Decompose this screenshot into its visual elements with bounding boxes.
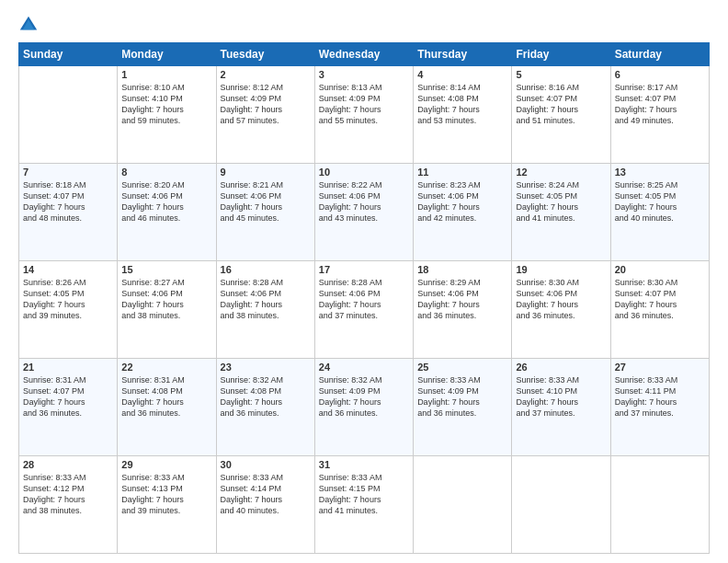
day-number: 17 [319,264,409,275]
page: SundayMondayTuesdayWednesdayThursdayFrid… [0,0,728,563]
calendar-table: SundayMondayTuesdayWednesdayThursdayFrid… [18,42,710,554]
calendar-cell: 1Sunrise: 8:10 AM Sunset: 4:10 PM Daylig… [118,66,216,164]
calendar-cell: 24Sunrise: 8:32 AM Sunset: 4:09 PM Dayli… [314,359,413,456]
cell-info: Sunrise: 8:25 AM Sunset: 4:05 PM Dayligh… [615,179,705,224]
day-number: 1 [121,69,211,80]
calendar-cell: 27Sunrise: 8:33 AM Sunset: 4:11 PM Dayli… [610,359,709,456]
cell-info: Sunrise: 8:13 AM Sunset: 4:09 PM Dayligh… [319,82,409,127]
calendar-cell: 25Sunrise: 8:33 AM Sunset: 4:09 PM Dayli… [414,359,512,456]
calendar-cell [414,456,512,554]
cell-info: Sunrise: 8:33 AM Sunset: 4:09 PM Dayligh… [417,374,507,419]
calendar-cell: 29Sunrise: 8:33 AM Sunset: 4:13 PM Dayli… [118,456,216,554]
day-number: 9 [221,167,311,178]
day-number: 5 [516,69,606,80]
day-header-friday: Friday [512,43,610,66]
day-number: 20 [615,264,705,275]
calendar-cell: 13Sunrise: 8:25 AM Sunset: 4:05 PM Dayli… [610,164,709,261]
day-header-wednesday: Wednesday [314,43,413,66]
calendar-cell: 31Sunrise: 8:33 AM Sunset: 4:15 PM Dayli… [314,456,413,554]
day-number: 23 [221,362,311,373]
day-number: 22 [121,362,211,373]
calendar-week-2: 7Sunrise: 8:18 AM Sunset: 4:07 PM Daylig… [19,164,710,261]
cell-info: Sunrise: 8:31 AM Sunset: 4:08 PM Dayligh… [121,374,211,419]
cell-info: Sunrise: 8:18 AM Sunset: 4:07 PM Dayligh… [23,179,113,224]
day-number: 16 [221,264,311,275]
calendar-cell: 19Sunrise: 8:30 AM Sunset: 4:06 PM Dayli… [512,261,610,359]
calendar-cell: 6Sunrise: 8:17 AM Sunset: 4:07 PM Daylig… [610,66,709,164]
calendar-header-row: SundayMondayTuesdayWednesdayThursdayFrid… [19,43,710,66]
cell-info: Sunrise: 8:33 AM Sunset: 4:13 PM Dayligh… [121,472,211,517]
calendar-cell: 8Sunrise: 8:20 AM Sunset: 4:06 PM Daylig… [118,164,216,261]
calendar-cell: 3Sunrise: 8:13 AM Sunset: 4:09 PM Daylig… [314,66,413,164]
cell-info: Sunrise: 8:24 AM Sunset: 4:05 PM Dayligh… [516,179,606,224]
cell-info: Sunrise: 8:33 AM Sunset: 4:11 PM Dayligh… [615,374,705,419]
day-header-sunday: Sunday [19,43,118,66]
calendar-cell: 14Sunrise: 8:26 AM Sunset: 4:05 PM Dayli… [19,261,118,359]
cell-info: Sunrise: 8:17 AM Sunset: 4:07 PM Dayligh… [615,82,705,127]
logo-icon [18,15,39,35]
day-number: 6 [615,69,705,80]
calendar-cell: 11Sunrise: 8:23 AM Sunset: 4:06 PM Dayli… [414,164,512,261]
cell-info: Sunrise: 8:30 AM Sunset: 4:07 PM Dayligh… [615,277,705,322]
calendar-week-1: 1Sunrise: 8:10 AM Sunset: 4:10 PM Daylig… [19,66,710,164]
cell-info: Sunrise: 8:20 AM Sunset: 4:06 PM Dayligh… [121,179,211,224]
day-number: 14 [23,264,113,275]
cell-info: Sunrise: 8:21 AM Sunset: 4:06 PM Dayligh… [221,179,311,224]
calendar-cell: 5Sunrise: 8:16 AM Sunset: 4:07 PM Daylig… [512,66,610,164]
day-number: 24 [319,362,409,373]
cell-info: Sunrise: 8:23 AM Sunset: 4:06 PM Dayligh… [417,179,507,224]
calendar-week-4: 21Sunrise: 8:31 AM Sunset: 4:07 PM Dayli… [19,359,710,456]
calendar-cell: 16Sunrise: 8:28 AM Sunset: 4:06 PM Dayli… [216,261,314,359]
cell-info: Sunrise: 8:28 AM Sunset: 4:06 PM Dayligh… [221,277,311,322]
day-number: 11 [417,167,507,178]
cell-info: Sunrise: 8:26 AM Sunset: 4:05 PM Dayligh… [23,277,113,322]
calendar-cell: 18Sunrise: 8:29 AM Sunset: 4:06 PM Dayli… [414,261,512,359]
day-number: 26 [516,362,606,373]
cell-info: Sunrise: 8:28 AM Sunset: 4:06 PM Dayligh… [319,277,409,322]
cell-info: Sunrise: 8:33 AM Sunset: 4:12 PM Dayligh… [23,472,113,517]
calendar-cell: 4Sunrise: 8:14 AM Sunset: 4:08 PM Daylig… [414,66,512,164]
calendar-cell [19,66,118,164]
calendar-cell: 30Sunrise: 8:33 AM Sunset: 4:14 PM Dayli… [216,456,314,554]
calendar-cell: 26Sunrise: 8:33 AM Sunset: 4:10 PM Dayli… [512,359,610,456]
day-number: 15 [121,264,211,275]
day-number: 3 [319,69,409,80]
cell-info: Sunrise: 8:30 AM Sunset: 4:06 PM Dayligh… [516,277,606,322]
cell-info: Sunrise: 8:33 AM Sunset: 4:10 PM Dayligh… [516,374,606,419]
cell-info: Sunrise: 8:32 AM Sunset: 4:09 PM Dayligh… [319,374,409,419]
day-number: 29 [121,459,211,470]
calendar-cell: 20Sunrise: 8:30 AM Sunset: 4:07 PM Dayli… [610,261,709,359]
calendar-cell: 7Sunrise: 8:18 AM Sunset: 4:07 PM Daylig… [19,164,118,261]
cell-info: Sunrise: 8:14 AM Sunset: 4:08 PM Dayligh… [417,82,507,127]
day-header-monday: Monday [118,43,216,66]
cell-info: Sunrise: 8:31 AM Sunset: 4:07 PM Dayligh… [23,374,113,419]
calendar-cell: 2Sunrise: 8:12 AM Sunset: 4:09 PM Daylig… [216,66,314,164]
calendar-cell: 9Sunrise: 8:21 AM Sunset: 4:06 PM Daylig… [216,164,314,261]
calendar-cell [610,456,709,554]
day-number: 7 [23,167,113,178]
day-number: 28 [23,459,113,470]
cell-info: Sunrise: 8:16 AM Sunset: 4:07 PM Dayligh… [516,82,606,127]
calendar-cell: 15Sunrise: 8:27 AM Sunset: 4:06 PM Dayli… [118,261,216,359]
calendar-week-5: 28Sunrise: 8:33 AM Sunset: 4:12 PM Dayli… [19,456,710,554]
day-number: 27 [615,362,705,373]
cell-info: Sunrise: 8:33 AM Sunset: 4:15 PM Dayligh… [319,472,409,517]
day-number: 8 [121,167,211,178]
day-header-tuesday: Tuesday [216,43,314,66]
calendar-cell: 12Sunrise: 8:24 AM Sunset: 4:05 PM Dayli… [512,164,610,261]
header [18,15,710,35]
cell-info: Sunrise: 8:29 AM Sunset: 4:06 PM Dayligh… [417,277,507,322]
cell-info: Sunrise: 8:12 AM Sunset: 4:09 PM Dayligh… [221,82,311,127]
calendar-cell: 17Sunrise: 8:28 AM Sunset: 4:06 PM Dayli… [314,261,413,359]
day-number: 10 [319,167,409,178]
day-header-thursday: Thursday [414,43,512,66]
day-header-saturday: Saturday [610,43,709,66]
calendar-cell: 23Sunrise: 8:32 AM Sunset: 4:08 PM Dayli… [216,359,314,456]
calendar-cell: 21Sunrise: 8:31 AM Sunset: 4:07 PM Dayli… [19,359,118,456]
calendar-cell: 28Sunrise: 8:33 AM Sunset: 4:12 PM Dayli… [19,456,118,554]
cell-info: Sunrise: 8:27 AM Sunset: 4:06 PM Dayligh… [121,277,211,322]
day-number: 21 [23,362,113,373]
day-number: 31 [319,459,409,470]
cell-info: Sunrise: 8:32 AM Sunset: 4:08 PM Dayligh… [221,374,311,419]
cell-info: Sunrise: 8:33 AM Sunset: 4:14 PM Dayligh… [221,472,311,517]
